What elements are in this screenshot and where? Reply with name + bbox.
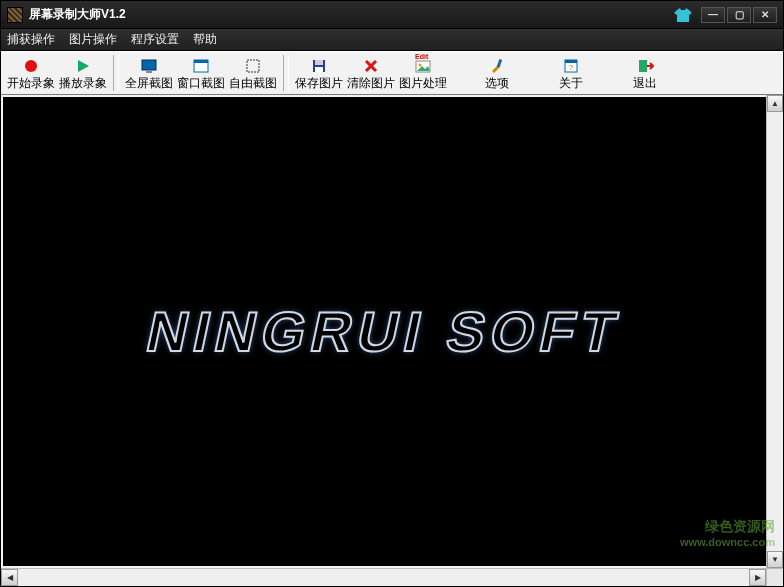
about-label: 关于 bbox=[559, 76, 583, 90]
clear-image-label: 清除图片 bbox=[347, 76, 395, 90]
svg-point-11 bbox=[419, 64, 422, 67]
maximize-button[interactable]: ▢ bbox=[727, 7, 751, 23]
app-window: 屏幕录制大师V1.2 — ▢ ✕ 捕获操作 图片操作 程序设置 帮助 开始录象 … bbox=[0, 0, 784, 587]
content-area: NINGRUI SOFT ▲ ▼ 绿色资源网 www.downcc.com bbox=[1, 95, 783, 568]
play-record-label: 播放录象 bbox=[59, 76, 107, 90]
image-edit-button[interactable]: Edit 图片处理 bbox=[397, 53, 449, 93]
svg-rect-6 bbox=[247, 60, 259, 72]
window-title: 屏幕录制大师V1.2 bbox=[29, 6, 673, 23]
preview-canvas: NINGRUI SOFT bbox=[3, 97, 766, 566]
tools-icon bbox=[487, 56, 507, 76]
svg-rect-8 bbox=[315, 60, 323, 65]
tshirt-icon bbox=[673, 7, 693, 23]
image-edit-label: 图片处理 bbox=[399, 76, 447, 90]
scroll-corner bbox=[766, 569, 783, 586]
svg-text:?: ? bbox=[569, 63, 574, 72]
scroll-track[interactable] bbox=[18, 569, 749, 586]
window-shot-button[interactable]: 窗口截图 bbox=[175, 53, 227, 93]
scroll-left-button[interactable]: ◀ bbox=[1, 569, 18, 586]
scroll-up-button[interactable]: ▲ bbox=[767, 95, 783, 112]
menubar: 捕获操作 图片操作 程序设置 帮助 bbox=[1, 29, 783, 51]
record-icon bbox=[21, 56, 41, 76]
svg-rect-9 bbox=[315, 67, 323, 72]
svg-rect-12 bbox=[497, 59, 503, 68]
separator bbox=[283, 55, 289, 91]
play-icon bbox=[73, 56, 93, 76]
svg-rect-16 bbox=[639, 60, 647, 72]
menu-help[interactable]: 帮助 bbox=[193, 31, 217, 48]
logo-text: NINGRUI SOFT bbox=[141, 299, 628, 364]
clear-image-button[interactable]: 清除图片 bbox=[345, 53, 397, 93]
svg-rect-5 bbox=[194, 60, 208, 63]
play-record-button[interactable]: 播放录象 bbox=[57, 53, 109, 93]
crop-icon bbox=[243, 56, 263, 76]
free-shot-label: 自由截图 bbox=[229, 76, 277, 90]
fullscreen-shot-button[interactable]: 全屏截图 bbox=[123, 53, 175, 93]
options-button[interactable]: 选项 bbox=[471, 53, 523, 93]
svg-point-0 bbox=[25, 60, 37, 72]
menu-settings[interactable]: 程序设置 bbox=[131, 31, 179, 48]
save-image-label: 保存图片 bbox=[295, 76, 343, 90]
options-label: 选项 bbox=[485, 76, 509, 90]
scroll-down-button[interactable]: ▼ bbox=[767, 551, 783, 568]
window-controls: — ▢ ✕ bbox=[701, 7, 777, 23]
save-icon bbox=[309, 56, 329, 76]
start-record-button[interactable]: 开始录象 bbox=[5, 53, 57, 93]
start-record-label: 开始录象 bbox=[7, 76, 55, 90]
about-button[interactable]: ? 关于 bbox=[545, 53, 597, 93]
svg-rect-3 bbox=[146, 71, 152, 73]
scroll-right-button[interactable]: ▶ bbox=[749, 569, 766, 586]
menu-capture[interactable]: 捕获操作 bbox=[7, 31, 55, 48]
scroll-track[interactable] bbox=[767, 112, 783, 551]
window-icon bbox=[191, 56, 211, 76]
statusbar: ◀ ▶ bbox=[1, 568, 783, 586]
toolbar: 开始录象 播放录象 全屏截图 窗口截图 自由截图 保存图片 清除图片 bbox=[1, 51, 783, 95]
delete-icon bbox=[361, 56, 381, 76]
save-image-button[interactable]: 保存图片 bbox=[293, 53, 345, 93]
menu-image[interactable]: 图片操作 bbox=[69, 31, 117, 48]
free-shot-button[interactable]: 自由截图 bbox=[227, 53, 279, 93]
svg-rect-2 bbox=[142, 60, 156, 70]
titlebar: 屏幕录制大师V1.2 — ▢ ✕ bbox=[1, 1, 783, 29]
exit-label: 退出 bbox=[633, 76, 657, 90]
exit-button[interactable]: 退出 bbox=[619, 53, 671, 93]
about-icon: ? bbox=[561, 56, 581, 76]
edit-icon: Edit bbox=[413, 56, 433, 76]
close-button[interactable]: ✕ bbox=[753, 7, 777, 23]
app-icon bbox=[7, 7, 23, 23]
monitor-icon bbox=[139, 56, 159, 76]
separator bbox=[113, 55, 119, 91]
fullscreen-shot-label: 全屏截图 bbox=[125, 76, 173, 90]
minimize-button[interactable]: — bbox=[701, 7, 725, 23]
exit-icon bbox=[635, 56, 655, 76]
svg-marker-1 bbox=[78, 60, 89, 72]
horizontal-scrollbar[interactable]: ◀ ▶ bbox=[1, 569, 766, 586]
vertical-scrollbar[interactable]: ▲ ▼ bbox=[766, 95, 783, 568]
window-shot-label: 窗口截图 bbox=[177, 76, 225, 90]
edit-badge: Edit bbox=[415, 53, 428, 60]
